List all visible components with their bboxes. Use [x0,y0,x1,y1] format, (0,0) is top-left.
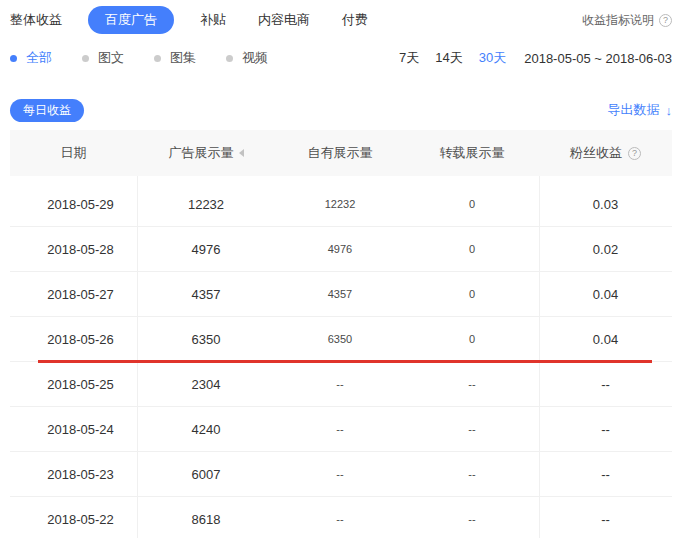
header-repost-views: 转载展示量 [405,144,539,162]
table-cell-repost-views: -- [405,423,539,435]
table-cell-date: 2018-05-22 [10,512,137,527]
income-metrics-help-link[interactable]: 收益指标说明 ? [582,12,672,29]
tab-content-commerce[interactable]: 内容电商 [258,11,310,29]
table-cell-date: 2018-05-28 [10,242,137,257]
table-cell-fan-income: 0.04 [539,287,672,302]
content-type-all-label: 全部 [26,49,52,67]
table-cell-date: 2018-05-29 [10,197,137,212]
table-cell-own-views: -- [275,378,405,390]
table-cell-ad-views: 6007 [137,467,275,482]
content-type-article[interactable]: 图文 [82,49,124,67]
table-cell-own-views: -- [275,468,405,480]
table-row: 2018-05-236007------ [10,452,672,497]
table-row: 2018-05-284976497600.02 [10,227,672,272]
content-type-all[interactable]: 全部 [10,49,52,67]
range-14days[interactable]: 14天 [435,49,462,67]
download-arrow-icon: ↓ [666,103,673,118]
table-cell-repost-views: 0 [405,198,539,210]
table-cell-own-views: 4357 [275,288,405,300]
highlight-underline [38,360,652,363]
question-circle-icon: ? [659,14,672,27]
table-cell-date: 2018-05-26 [10,332,137,347]
radio-dot-icon [154,55,161,62]
content-type-gallery[interactable]: 图集 [154,49,196,67]
table-cell-fan-income: -- [539,422,672,437]
table-row: 2018-05-274357435700.04 [10,272,672,317]
table-cell-ad-views: 12232 [137,197,275,212]
table-cell-fan-income: -- [539,377,672,392]
table-cell-date: 2018-05-27 [10,287,137,302]
table-cell-fan-income: 0.03 [539,197,672,212]
table-cell-date: 2018-05-25 [10,377,137,392]
table-header: 日期 广告展示量 自有展示量 转载展示量 粉丝收益 ? [10,130,672,176]
table-cell-own-views: 6350 [275,333,405,345]
export-data-link[interactable]: 导出数据 ↓ [608,101,673,119]
table-cell-repost-views: -- [405,378,539,390]
header-ad-views[interactable]: 广告展示量 [137,144,275,162]
table-cell-ad-views: 8618 [137,512,275,527]
sort-caret-icon [239,149,244,157]
table-cell-ad-views: 4357 [137,287,275,302]
table-cell-own-views: -- [275,513,405,525]
export-data-label: 导出数据 [608,101,660,119]
table-cell-fan-income: -- [539,467,672,482]
content-type-video[interactable]: 视频 [226,49,268,67]
table-body: 2018-05-29122321223200.032018-05-2849764… [10,182,672,538]
table-cell-own-views: 4976 [275,243,405,255]
table-cell-own-views: 12232 [275,198,405,210]
table-cell-repost-views: -- [405,513,539,525]
revenue-dashboard: 整体收益 百度广告 补贴 内容电商 付费 收益指标说明 ? 全部 图文 图集 视… [0,0,682,538]
table-cell-ad-views: 4240 [137,422,275,437]
table-row: 2018-05-228618------ [10,497,672,538]
income-metrics-help-label: 收益指标说明 [582,12,654,29]
table-cell-repost-views: 0 [405,333,539,345]
table-cell-date: 2018-05-24 [10,422,137,437]
section-row: 每日收益 导出数据 ↓ [10,98,672,122]
range-30days[interactable]: 30天 [479,49,506,67]
table-cell-repost-views: 0 [405,243,539,255]
table-row: 2018-05-244240------ [10,407,672,452]
header-date: 日期 [10,144,137,162]
table-cell-fan-income: 0.02 [539,242,672,257]
header-own-views: 自有展示量 [275,144,405,162]
daily-income-table: 日期 广告展示量 自有展示量 转载展示量 粉丝收益 ? 2018-05-2912… [10,130,672,538]
header-ad-views-label: 广告展示量 [169,144,234,162]
fan-income-help-icon[interactable]: ? [628,147,641,160]
table-cell-repost-views: 0 [405,288,539,300]
table-row: 2018-05-266350635000.04 [10,317,672,362]
table-cell-fan-income: -- [539,512,672,527]
tab-subsidy[interactable]: 补贴 [200,11,226,29]
table-cell-repost-views: -- [405,468,539,480]
table-row: 2018-05-29122321223200.03 [10,182,672,227]
table-cell-own-views: -- [275,423,405,435]
content-type-video-label: 视频 [242,49,268,67]
table-cell-fan-income: 0.04 [539,332,672,347]
table-row: 2018-05-252304------ [10,362,672,407]
header-fan-income-label: 粉丝收益 [570,144,622,162]
radio-dot-icon [10,55,17,62]
table-cell-ad-views: 2304 [137,377,275,392]
radio-dot-icon [82,55,89,62]
table-cell-date: 2018-05-23 [10,467,137,482]
tab-baidu-ads[interactable]: 百度广告 [88,6,174,34]
filter-row: 全部 图文 图集 视频 7天 14天 30天 2018-05-05 ~ 2018… [10,44,672,72]
header-fan-income: 粉丝收益 ? [539,144,672,162]
tab-overall-income[interactable]: 整体收益 [10,11,62,29]
date-range-display[interactable]: 2018-05-05 ~ 2018-06-03 [524,51,672,66]
range-7days[interactable]: 7天 [399,49,419,67]
daily-income-button[interactable]: 每日收益 [10,99,84,122]
tab-paid[interactable]: 付费 [342,11,368,29]
radio-dot-icon [226,55,233,62]
table-cell-ad-views: 4976 [137,242,275,257]
top-nav: 整体收益 百度广告 补贴 内容电商 付费 收益指标说明 ? [10,0,672,40]
table-cell-ad-views: 6350 [137,332,275,347]
content-type-article-label: 图文 [98,49,124,67]
content-type-gallery-label: 图集 [170,49,196,67]
